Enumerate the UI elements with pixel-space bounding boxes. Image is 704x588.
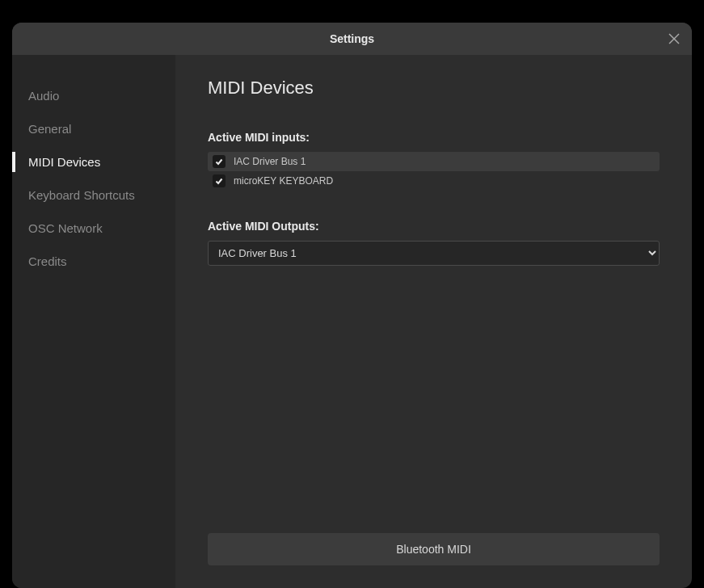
inputs-section-label: Active MIDI inputs: [208,131,660,144]
sidebar-item-label: General [28,122,71,136]
bluetooth-midi-button[interactable]: Bluetooth MIDI [208,533,660,565]
midi-input-label: IAC Driver Bus 1 [234,156,306,167]
settings-modal: Settings Audio General MIDI Devices Keyb… [12,23,692,588]
midi-input-label: microKEY KEYBOARD [234,175,333,187]
midi-output-select-wrap: IAC Driver Bus 1 [208,241,660,266]
content-panel: MIDI Devices Active MIDI inputs: IAC Dri… [175,55,692,588]
close-button[interactable] [666,31,682,47]
midi-input-row: microKEY KEYBOARD [208,171,660,191]
midi-inputs-list: IAC Driver Bus 1 microKEY KEYBOARD [208,152,660,191]
page-title: MIDI Devices [208,78,660,99]
modal-header: Settings [12,23,692,55]
sidebar-item-audio[interactable]: Audio [12,79,175,112]
sidebar-item-label: Audio [28,89,59,103]
midi-output-select[interactable]: IAC Driver Bus 1 [208,241,660,266]
sidebar-item-general[interactable]: General [12,112,175,145]
spacer [208,266,660,533]
sidebar-item-label: OSC Network [28,221,103,235]
modal-body: Audio General MIDI Devices Keyboard Shor… [12,55,692,588]
sidebar-item-label: MIDI Devices [28,155,100,169]
sidebar-item-keyboard-shortcuts[interactable]: Keyboard Shortcuts [12,178,175,212]
sidebar-item-label: Credits [28,254,67,268]
check-icon [215,177,223,185]
outputs-section-label: Active MIDI Outputs: [208,220,660,233]
sidebar-item-midi-devices[interactable]: MIDI Devices [12,145,175,178]
sidebar: Audio General MIDI Devices Keyboard Shor… [12,55,175,588]
check-icon [215,158,223,166]
sidebar-item-osc-network[interactable]: OSC Network [12,212,175,245]
midi-input-checkbox[interactable] [213,174,226,187]
close-icon [668,33,680,44]
sidebar-item-label: Keyboard Shortcuts [28,188,135,202]
modal-title: Settings [330,32,374,45]
midi-input-checkbox[interactable] [213,155,226,168]
sidebar-item-credits[interactable]: Credits [12,245,175,278]
midi-input-row: IAC Driver Bus 1 [208,152,660,171]
